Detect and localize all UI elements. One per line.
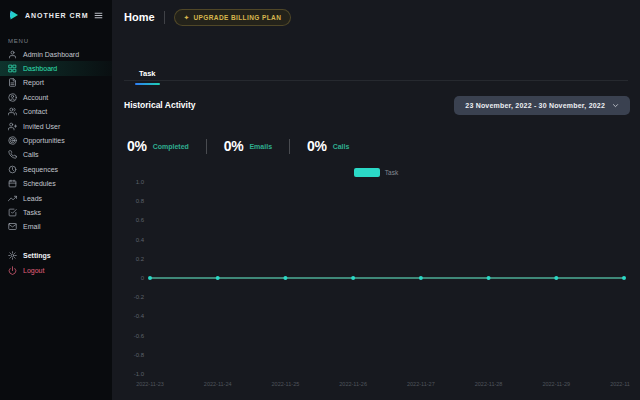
brand-name: ANOTHER CRM — [25, 12, 89, 19]
sidebar-item-dashboard[interactable]: Dashboard — [0, 61, 112, 75]
stat-value: 0% — [224, 138, 244, 154]
tab-task[interactable]: Task — [137, 67, 158, 84]
stat-divider — [206, 139, 207, 154]
sidebar-item-contact[interactable]: Contact — [0, 105, 112, 119]
data-point[interactable] — [487, 276, 491, 280]
schedules-calendar-icon — [8, 179, 17, 188]
stat-calls: 0%Calls — [307, 138, 349, 154]
activity-chart: 1.00.80.60.40.20-0.2-0.4-0.6-0.8-1.02022… — [124, 176, 630, 392]
stat-label: Calls — [333, 143, 350, 150]
sidebar-item-admin-dashboard[interactable]: Admin Dashboard — [0, 47, 112, 61]
legend-label: Task — [385, 169, 398, 176]
y-axis-tick-label: -0.6 — [134, 333, 145, 339]
sidebar-item-invited-user[interactable]: Invited User — [0, 119, 112, 133]
calls-phone-icon — [8, 150, 17, 159]
sidebar-item-account[interactable]: Account — [0, 90, 112, 104]
sidebar-item-email[interactable]: Email — [0, 220, 112, 234]
sparkle-icon: ✦ — [184, 14, 190, 21]
report-icon — [8, 78, 17, 87]
sidebar-item-label: Contact — [23, 108, 47, 115]
sidebar-item-leads[interactable]: Leads — [0, 191, 112, 205]
stat-emails: 0%Emails — [224, 138, 272, 154]
x-axis-tick-label: 2022-11-23 — [136, 381, 164, 387]
sequences-icon — [8, 165, 17, 174]
leads-icon — [8, 194, 17, 203]
stat-divider — [289, 139, 290, 154]
y-axis-tick-label: -0.2 — [134, 294, 145, 300]
sidebar-item-label: Opportunities — [23, 137, 65, 144]
brand: ANOTHER CRM — [0, 0, 112, 30]
x-axis-tick-label: 2022-11-28 — [475, 381, 503, 387]
contact-icon — [8, 107, 17, 116]
sidebar-item-sequences[interactable]: Sequences — [0, 162, 112, 176]
section-header: Historical Activity 23 November, 2022 - … — [124, 93, 630, 117]
date-range-label: 23 November, 2022 - 30 November, 2022 — [465, 102, 605, 109]
menu-toggle-icon[interactable] — [94, 11, 103, 20]
data-point[interactable] — [283, 276, 287, 280]
y-axis-tick-label: 0.2 — [136, 256, 145, 262]
y-axis-tick-label: -1.0 — [134, 371, 145, 377]
y-axis-tick-label: 0 — [141, 275, 145, 281]
data-point[interactable] — [216, 276, 220, 280]
data-point[interactable] — [148, 276, 152, 280]
admin-dashboard-icon — [8, 50, 17, 59]
topbar: Home ✦ UPGRADE BILLING PLAN — [112, 0, 640, 34]
brand-logo-icon — [8, 9, 20, 21]
tasks-icon — [8, 208, 17, 217]
y-axis-tick-label: 1.0 — [136, 179, 145, 185]
settings-gear-icon — [8, 251, 17, 260]
invited-user-icon — [8, 122, 17, 131]
sidebar-item-label: Invited User — [23, 123, 60, 130]
sidebar: ANOTHER CRM MENU Admin DashboardDashboar… — [0, 0, 112, 400]
x-axis-tick-label: 2022-11-29 — [542, 381, 570, 387]
sidebar-item-opportunities[interactable]: Opportunities — [0, 133, 112, 147]
data-point[interactable] — [351, 276, 355, 280]
account-icon — [8, 93, 17, 102]
sidebar-item-label: Settings — [23, 252, 51, 259]
sidebar-item-settings[interactable]: Settings — [0, 248, 112, 263]
upgrade-billing-label: UPGRADE BILLING PLAN — [193, 14, 281, 21]
sidebar-item-report[interactable]: Report — [0, 76, 112, 90]
main-content: Home ✦ UPGRADE BILLING PLAN Task Histori… — [112, 0, 640, 400]
activity-chart-svg: 1.00.80.60.40.20-0.2-0.4-0.6-0.8-1.02022… — [124, 176, 630, 392]
sidebar-item-label: Account — [23, 94, 48, 101]
x-axis-tick-label: 2022-11-30 — [610, 381, 630, 387]
email-icon — [8, 222, 17, 231]
stat-label: Completed — [153, 143, 189, 150]
sidebar-footer-nav: SettingsLogout — [0, 248, 112, 278]
x-axis-tick-label: 2022-11-25 — [272, 381, 300, 387]
y-axis-tick-label: -0.8 — [134, 352, 145, 358]
page-title: Home — [124, 11, 155, 23]
sidebar-item-tasks[interactable]: Tasks — [0, 205, 112, 219]
logout-power-icon — [8, 266, 17, 275]
sidebar-item-label: Sequences — [23, 166, 58, 173]
x-axis-tick-label: 2022-11-24 — [204, 381, 232, 387]
sidebar-item-schedules[interactable]: Schedules — [0, 177, 112, 191]
x-axis-tick-label: 2022-11-26 — [339, 381, 367, 387]
menu-section-label: MENU — [8, 38, 104, 44]
stat-label: Emails — [249, 143, 272, 150]
data-point[interactable] — [554, 276, 558, 280]
sidebar-item-label: Admin Dashboard — [23, 51, 79, 58]
sidebar-item-calls[interactable]: Calls — [0, 148, 112, 162]
upgrade-billing-button[interactable]: ✦ UPGRADE BILLING PLAN — [174, 9, 292, 26]
sidebar-item-label: Report — [23, 79, 44, 86]
sidebar-item-label: Calls — [23, 151, 39, 158]
stat-completed: 0%Completed — [127, 138, 189, 154]
y-axis-tick-label: 0.6 — [136, 217, 145, 223]
data-point[interactable] — [622, 276, 626, 280]
sidebar-nav: Admin DashboardDashboardReportAccountCon… — [0, 47, 112, 234]
sidebar-item-label: Dashboard — [23, 65, 57, 72]
stats-row: 0%Completed0%Emails0%Calls — [127, 138, 349, 154]
chevron-down-icon — [612, 102, 619, 109]
date-range-button[interactable]: 23 November, 2022 - 30 November, 2022 — [454, 96, 630, 115]
stat-value: 0% — [307, 138, 327, 154]
data-point[interactable] — [419, 276, 423, 280]
sidebar-item-label: Logout — [23, 267, 44, 274]
sidebar-item-logout[interactable]: Logout — [0, 263, 112, 278]
sidebar-item-label: Schedules — [23, 180, 56, 187]
sidebar-item-label: Tasks — [23, 209, 41, 216]
y-axis-tick-label: 0.4 — [136, 237, 145, 243]
dashboard-grid-icon — [8, 64, 17, 73]
sidebar-item-label: Email — [23, 223, 41, 230]
